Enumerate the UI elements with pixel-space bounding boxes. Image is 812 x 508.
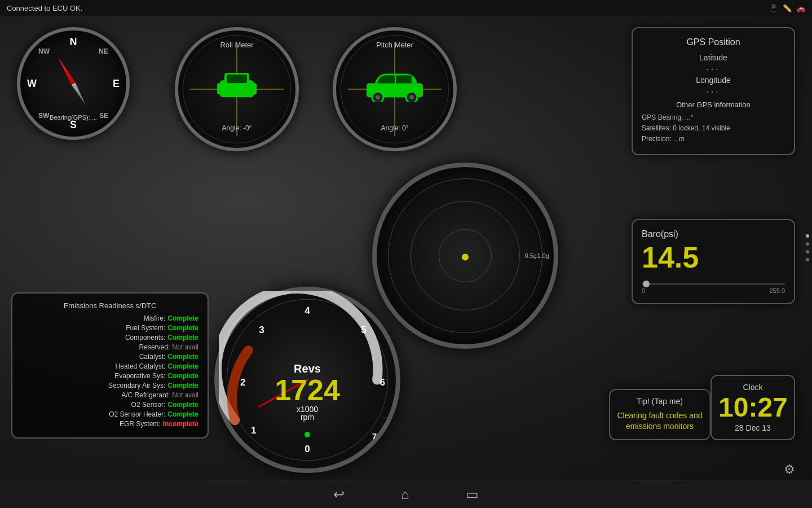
emissions-row: Reserved:Not avail — [21, 343, 198, 351]
gforce-1-label: 1.0g — [537, 252, 549, 259]
roll-angle-text: Angle: -0° — [222, 124, 252, 132]
svg-text:0: 0 — [304, 444, 310, 454]
gps-panel: GPS Position Latitude ... Longitude ... … — [632, 27, 795, 155]
gps-longitude-label: Longitude — [642, 76, 785, 85]
baro-title: Baro(psi) — [642, 229, 785, 239]
compass-bearing: Bearing(GPS): ... — [50, 114, 97, 121]
compass-gauge: N S E W NE NW SE SW Bearing(GPS): ... — [17, 27, 130, 140]
emissions-row: Evaporative Sys:Complete — [21, 372, 198, 380]
svg-rect-6 — [396, 76, 412, 84]
roll-meter-gauge: Roll Meter Angle: -0° — [175, 27, 299, 151]
gps-latitude-label: Latitude — [642, 53, 785, 62]
dot-1 — [806, 234, 809, 238]
pitch-angle-text: Angle: 0° — [381, 124, 409, 132]
gforce-05-label: 0.5g — [525, 252, 537, 259]
dot-4 — [806, 258, 809, 261]
emissions-row: Fuel System:Complete — [21, 324, 198, 332]
svg-text:—: — — [381, 413, 389, 422]
emissions-row: O2 Sensor Heater:Complete — [21, 410, 198, 418]
status-icons: 📱 ✏️ 🚗 — [769, 4, 805, 12]
svg-text:1: 1 — [251, 425, 257, 436]
emissions-title: Emissions Readiness s/DTC — [21, 301, 198, 310]
tip-panel[interactable]: Tip! (Tap me) Clearing fault codes and e… — [609, 389, 710, 440]
emissions-row: EGR System:Incomplete — [21, 420, 198, 428]
roll-car-icon — [214, 66, 259, 108]
rpm-value: 1724 — [275, 375, 340, 405]
phone-icon: 📱 — [769, 4, 778, 12]
status-bar: Connected to ECU OK. 📱 ✏️ 🚗 — [0, 0, 812, 16]
svg-rect-3 — [250, 83, 257, 94]
gps-bearing-text: GPS Bearing: ...° — [642, 112, 785, 123]
rpm-gauge: 4 5 6 3 2 1 0 7 — Revs 1724 x1000 rpm — [214, 287, 400, 473]
clock-date: 28 Dec 13 — [718, 423, 787, 432]
car-status-icon: 🚗 — [796, 4, 805, 12]
compass-south: S — [70, 119, 77, 131]
compass-north: N — [70, 36, 77, 48]
pencil-icon: ✏️ — [783, 4, 792, 12]
gps-latitude-value: ... — [642, 62, 785, 72]
svg-text:6: 6 — [379, 377, 385, 388]
connection-status: Connected to ECU OK. — [7, 4, 82, 12]
nav-bar: ↩ ⌂ ▭ — [0, 480, 812, 508]
compass-sw: SW — [38, 112, 49, 120]
emissions-row: Misfire:Complete — [21, 314, 198, 322]
gps-other-title: Other GPS information — [642, 100, 785, 109]
svg-point-9 — [376, 95, 380, 100]
main-area: N S E W NE NW SE SW Bearing(GPS): ... Ro… — [0, 16, 812, 480]
dot-2 — [806, 242, 809, 246]
gps-precision-text: Precision: ...m — [642, 134, 785, 144]
compass-se: SE — [99, 112, 108, 120]
rpm-green-dot — [304, 432, 310, 437]
rpm-value-display: Revs 1724 x1000 rpm — [275, 362, 340, 422]
emissions-panel: Emissions Readiness s/DTC Misfire:Comple… — [11, 292, 209, 439]
emissions-row: A/C Refrigerant:Not avail — [21, 391, 198, 399]
compass-ne: NE — [99, 47, 108, 55]
compass-east: E — [113, 78, 120, 90]
gps-longitude-value: ... — [642, 85, 785, 95]
settings-icon[interactable]: ⚙ — [784, 462, 795, 477]
recent-button[interactable]: ▭ — [466, 487, 479, 502]
pitch-meter-gauge: Pitch Meter Angle: 0° — [333, 27, 457, 151]
tip-text: Clearing fault codes and emissions monit… — [617, 410, 703, 432]
svg-rect-2 — [217, 83, 224, 94]
home-button[interactable]: ⌂ — [401, 487, 409, 502]
rpm-unit2: rpm — [275, 413, 340, 422]
svg-text:4: 4 — [304, 305, 310, 316]
emissions-row: Heated Catalyst:Complete — [21, 362, 198, 370]
clock-title: Clock — [718, 383, 787, 392]
right-dots — [806, 234, 809, 261]
baro-panel: Baro(psi) 14.5 0 255.0 — [632, 219, 795, 304]
emissions-row: Components:Complete — [21, 334, 198, 341]
svg-point-10 — [409, 95, 414, 100]
emissions-row: Secondary Air Sys:Complete — [21, 382, 198, 389]
gps-panel-title: GPS Position — [642, 37, 785, 47]
emissions-row: Catalyst:Complete — [21, 353, 198, 361]
baro-slider-track — [642, 283, 785, 285]
compass-nw: NW — [38, 47, 50, 55]
emissions-rows: Misfire:CompleteFuel System:CompleteComp… — [21, 314, 198, 428]
baro-min-label: 0 — [642, 287, 645, 294]
baro-slider-thumb — [643, 281, 650, 287]
compass-west: W — [27, 78, 37, 90]
svg-text:7: 7 — [372, 431, 377, 441]
tip-title: Tip! (Tap me) — [617, 397, 703, 406]
gforce-indicator — [462, 253, 469, 260]
gps-satellites-text: Satellites: 0 locked, 14 visible — [642, 123, 785, 134]
clock-time: 10:27 — [718, 394, 787, 421]
svg-text:3: 3 — [259, 325, 264, 335]
svg-rect-4 — [227, 75, 247, 83]
baro-max-label: 255.0 — [769, 287, 785, 294]
back-button[interactable]: ↩ — [333, 487, 345, 502]
emissions-row: O2 Sensor:Complete — [21, 401, 198, 409]
dot-3 — [806, 250, 809, 253]
baro-value: 14.5 — [642, 242, 785, 274]
svg-text:2: 2 — [240, 377, 246, 388]
gforce-meter: 0.5g 1.0g — [372, 163, 558, 349]
svg-text:5: 5 — [361, 325, 367, 335]
clock-panel: Clock 10:27 28 Dec 13 — [710, 375, 795, 440]
